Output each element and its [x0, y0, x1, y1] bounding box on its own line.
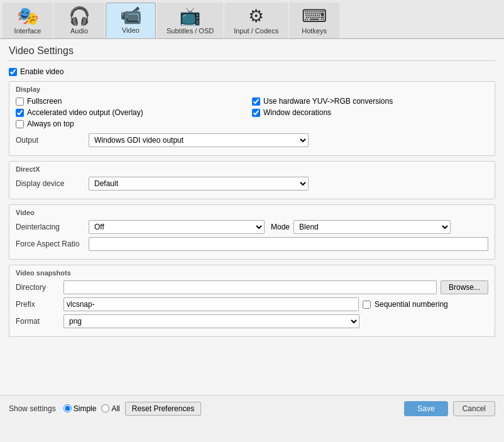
sequential-numbering-label: Sequential numbering [375, 300, 448, 309]
accel-output-label: Accelerated video output (Overlay) [27, 108, 143, 117]
tab-interface[interactable]: 🎭Interface [3, 3, 53, 38]
accel-output-row: Accelerated video output (Overlay) [16, 108, 252, 117]
display-two-col: Fullscreen Accelerated video output (Ove… [16, 97, 488, 131]
window-decorations-row: Window decorations [252, 108, 488, 117]
format-label: Format [16, 317, 60, 326]
reset-preferences-button[interactable]: Reset Preferences [125, 402, 201, 416]
output-label: Output [16, 136, 85, 145]
display-section-label: Display [16, 86, 488, 93]
output-row: Output Windows GDI video output DirectX … [16, 133, 488, 147]
prefix-label: Prefix [16, 300, 60, 309]
display-col-right: Use hardware YUV->RGB conversions Window… [252, 97, 488, 131]
tab-video[interactable]: 📹Video [106, 3, 156, 38]
subtitles-tab-label: Subtitles / OSD [167, 27, 214, 35]
audio-tab-label: Audio [70, 27, 88, 35]
fullscreen-checkbox[interactable] [16, 97, 24, 106]
show-settings-label: Show settings [9, 404, 56, 413]
always-on-top-label: Always on top [27, 119, 74, 128]
interface-tab-label: Interface [14, 27, 41, 35]
radio-group: Simple All [63, 404, 120, 413]
prefix-row: Prefix Sequential numbering [16, 297, 488, 311]
interface-tab-icon: 🎭 [17, 8, 39, 25]
enable-video-checkbox[interactable] [9, 68, 17, 76]
main-content: Video Settings Enable video Display Full… [0, 39, 504, 395]
directory-label: Directory [16, 283, 60, 292]
all-radio[interactable] [101, 404, 109, 412]
mode-label: Mode [271, 223, 290, 231]
accel-output-checkbox[interactable] [16, 109, 24, 117]
all-radio-row: All [101, 404, 119, 413]
output-select[interactable]: Windows GDI video output DirectX OpenGL … [89, 133, 309, 147]
force-aspect-ratio-input[interactable] [89, 237, 488, 251]
display-device-select[interactable]: Default [89, 177, 309, 191]
snapshots-section: Video snapshots Directory Browse... Pref… [9, 265, 495, 337]
video-tab-label: Video [122, 26, 140, 34]
hotkeys-tab-icon: ⌨ [302, 8, 327, 25]
display-section: Display Fullscreen Accelerated video out… [9, 81, 495, 156]
snapshots-section-label: Video snapshots [16, 269, 488, 277]
tab-input[interactable]: ⚙Input / Codecs [224, 3, 288, 38]
display-device-row: Display device Default [16, 177, 488, 191]
prefix-input[interactable] [63, 297, 359, 311]
cancel-button[interactable]: Cancel [453, 401, 495, 416]
force-aspect-ratio-label: Force Aspect Ratio [16, 240, 85, 248]
deinterlacing-row: Deinterlacing Off On Mode Blend Bob Disc… [16, 220, 488, 234]
simple-radio-row: Simple [63, 404, 97, 413]
audio-tab-icon: 🎧 [68, 8, 90, 25]
format-row: Format png jpg tiff [16, 314, 488, 328]
video-section: Video Deinterlacing Off On Mode Blend Bo… [9, 204, 495, 260]
always-on-top-row: Always on top [16, 119, 252, 128]
enable-video-row: Enable video [9, 67, 495, 76]
fullscreen-label: Fullscreen [27, 97, 62, 106]
use-hardware-yuv-label: Use hardware YUV->RGB conversions [263, 97, 393, 106]
page-title: Video Settings [9, 45, 495, 61]
use-hardware-yuv-row: Use hardware YUV->RGB conversions [252, 97, 488, 106]
display-device-label: Display device [16, 179, 85, 188]
always-on-top-checkbox[interactable] [16, 120, 24, 128]
save-button[interactable]: Save [404, 401, 447, 416]
directory-row: Directory Browse... [16, 280, 488, 294]
fullscreen-row: Fullscreen [16, 97, 252, 106]
directx-section: DirectX Display device Default [9, 161, 495, 199]
window-decorations-label: Window decorations [263, 108, 331, 117]
video-tab-icon: 📹 [120, 7, 142, 25]
deinterlacing-label: Deinterlacing [16, 223, 85, 231]
all-label: All [111, 404, 119, 413]
tab-audio[interactable]: 🎧Audio [54, 3, 104, 38]
format-select[interactable]: png jpg tiff [63, 314, 359, 328]
display-col-left: Fullscreen Accelerated video output (Ove… [16, 97, 252, 131]
input-tab-icon: ⚙ [248, 8, 264, 25]
hotkeys-tab-label: Hotkeys [302, 27, 327, 35]
force-aspect-ratio-row: Force Aspect Ratio [16, 237, 488, 251]
window-decorations-checkbox[interactable] [252, 109, 260, 117]
subtitles-tab-icon: 📺 [179, 8, 201, 25]
tab-bar: 🎭Interface🎧Audio📹Video📺Subtitles / OSD⚙I… [0, 0, 504, 39]
directx-section-label: DirectX [16, 165, 488, 173]
directory-input[interactable] [63, 280, 437, 294]
input-tab-label: Input / Codecs [234, 27, 278, 35]
tab-hotkeys[interactable]: ⌨Hotkeys [289, 3, 339, 38]
enable-video-label: Enable video [20, 67, 63, 76]
bottom-bar: Show settings Simple All Reset Preferenc… [0, 395, 504, 421]
tab-subtitles[interactable]: 📺Subtitles / OSD [157, 3, 223, 38]
simple-radio[interactable] [63, 404, 72, 412]
simple-label: Simple [74, 404, 97, 413]
mode-select[interactable]: Blend Bob Discard Mean Linear X Yadif Ya… [293, 220, 451, 234]
sequential-numbering-checkbox[interactable] [363, 301, 371, 309]
deinterlacing-select[interactable]: Off On [89, 220, 265, 234]
video-section-label: Video [16, 209, 488, 216]
use-hardware-yuv-checkbox[interactable] [252, 97, 260, 106]
browse-button[interactable]: Browse... [441, 280, 488, 294]
